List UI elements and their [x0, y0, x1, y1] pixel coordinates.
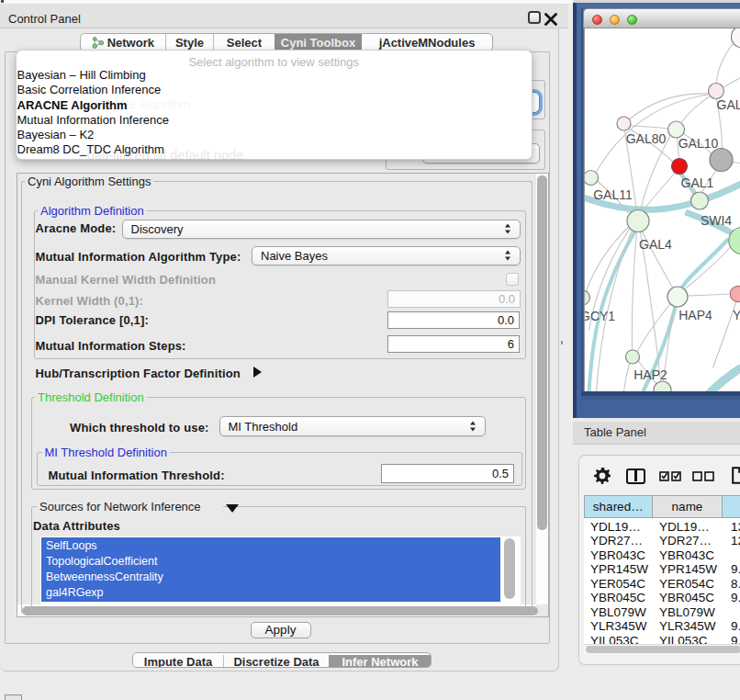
svg-text:HAP2: HAP2 [633, 367, 667, 382]
svg-text:GAL11: GAL11 [593, 187, 633, 202]
svg-text:GAL1: GAL1 [680, 175, 713, 190]
svg-text:YJ: YJ [733, 308, 740, 322]
svg-text:SWI4: SWI4 [700, 213, 731, 228]
svg-text:GAL8: GAL8 [716, 97, 740, 112]
svg-text:GAL80: GAL80 [625, 131, 666, 146]
svg-text:GAL4: GAL4 [639, 237, 672, 252]
svg-text:GAL10: GAL10 [678, 136, 718, 151]
svg-text:HAP4: HAP4 [678, 308, 712, 322]
svg-text:GCY1: GCY1 [585, 309, 615, 323]
